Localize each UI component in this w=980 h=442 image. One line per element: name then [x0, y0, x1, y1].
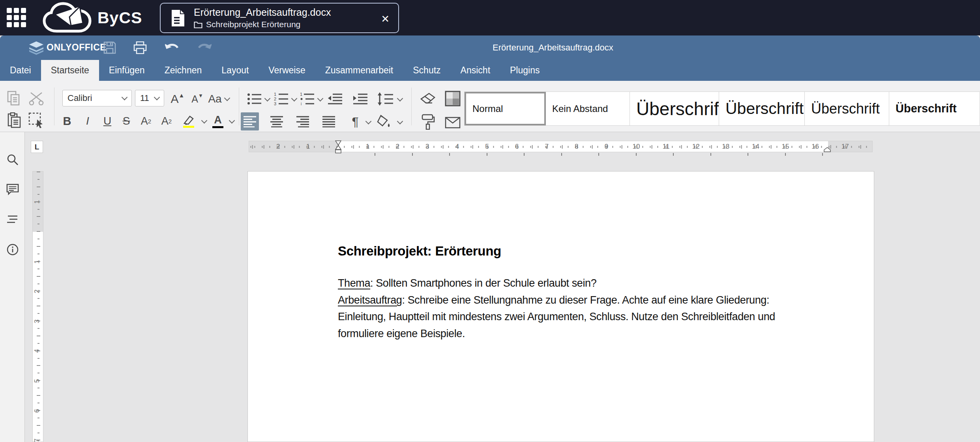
document-tab[interactable]: Erörterung_Arbeitsauftrag.docx Schreibpr… — [160, 3, 399, 33]
multilevel-list-button[interactable]: 1i — [298, 91, 317, 107]
undo-icon[interactable] — [165, 41, 179, 53]
document-line: Einleitung, Hauptteil mit mindestens zwe… — [338, 308, 775, 325]
shading-bucket-button[interactable] — [375, 113, 393, 131]
font-size-select[interactable]: 11 — [135, 90, 164, 106]
table-shading-button[interactable] — [443, 90, 463, 108]
svg-text:1: 1 — [300, 92, 302, 97]
menu-tab-startseite[interactable]: Startseite — [41, 60, 99, 81]
bold-button[interactable]: B — [59, 113, 75, 129]
ribbon-menu-bar: DateiStartseiteEinfügenZeichnenLayoutVer… — [0, 60, 980, 81]
editor-header: ONLYOFFICE Erörterung_Arbeitsauftrag.doc… — [0, 35, 980, 60]
chevron-down-icon — [317, 95, 324, 102]
italic-button[interactable]: I — [80, 113, 96, 129]
search-icon[interactable] — [6, 153, 19, 166]
chevron-down-icon — [154, 94, 160, 100]
menu-tab-layout[interactable]: Layout — [212, 60, 259, 81]
align-center-button[interactable] — [268, 112, 286, 131]
chevron-down-icon — [365, 118, 372, 125]
highlighter-icon — [183, 115, 195, 125]
copy-style-button[interactable] — [418, 113, 438, 131]
left-panel — [0, 132, 25, 442]
svg-text:3: 3 — [274, 101, 276, 106]
style-tile-h1[interactable]: Überschrift — [630, 92, 719, 125]
increase-font-button[interactable]: A▲ — [169, 91, 186, 107]
strikethrough-button[interactable]: S — [118, 113, 134, 129]
save-icon[interactable] — [103, 41, 116, 54]
info-icon[interactable] — [6, 243, 19, 256]
bold-label: B — [63, 115, 71, 128]
menu-tab-plugins[interactable]: Plugins — [500, 60, 549, 81]
font-name-value: Calibri — [67, 93, 92, 103]
cut-button[interactable] — [28, 90, 45, 107]
onlyoffice-brand-text: ONLYOFFICE — [47, 42, 106, 53]
indent-markers[interactable] — [335, 140, 341, 153]
ribbon-toolbar: Calibri 11 A▲ A▼ Aa B I U S A2 A2 A — [0, 81, 980, 132]
align-right-button[interactable] — [294, 112, 312, 131]
chevron-down-icon — [224, 95, 230, 101]
default-tab-stops — [375, 153, 828, 156]
style-tile-h2[interactable]: Überschrift — [719, 92, 805, 125]
subscript-button[interactable]: A2 — [157, 113, 176, 129]
comments-icon[interactable] — [6, 183, 19, 196]
paste-button[interactable] — [6, 112, 23, 129]
envelope-icon — [445, 117, 461, 129]
bullet-list-button[interactable] — [245, 91, 264, 107]
menu-tab-verweise[interactable]: Verweise — [259, 60, 315, 81]
font-color-letter: A — [214, 114, 222, 125]
copy-button[interactable] — [6, 90, 23, 107]
select-all-button[interactable] — [28, 112, 45, 129]
justify-button[interactable] — [320, 112, 338, 131]
styles-gallery: NormalKein AbstandÜberschriftÜberschrift… — [464, 91, 980, 126]
menu-tab-schutz[interactable]: Schutz — [403, 60, 450, 81]
align-left-button[interactable] — [241, 112, 259, 131]
style-tile-normal[interactable]: Normal — [465, 92, 546, 125]
chevron-down-icon — [291, 95, 298, 102]
line-spacing-button[interactable] — [375, 91, 395, 107]
print-icon[interactable] — [133, 41, 147, 54]
highlight-color-button[interactable] — [178, 112, 199, 131]
paint-bucket-icon — [377, 115, 391, 129]
superscript-button[interactable]: A2 — [137, 113, 156, 129]
menu-tab-zusammenarbeit[interactable]: Zusammenarbeit — [315, 60, 403, 81]
document-tab-title: Erörterung_Arbeitsauftrag.docx — [194, 7, 331, 18]
change-case-button[interactable]: Aa — [207, 91, 230, 107]
document-line: Arbeitsauftrag: Schreibe eine Stellungna… — [338, 292, 775, 309]
decrease-indent-button[interactable] — [326, 91, 344, 107]
right-indent-marker[interactable] — [824, 147, 831, 152]
subscript-idx: 2 — [169, 118, 172, 125]
underline-label: U — [103, 115, 111, 127]
menu-tab-datei[interactable]: Datei — [0, 60, 41, 81]
font-color-bar — [212, 126, 223, 128]
increase-indent-button[interactable] — [351, 91, 369, 107]
style-tile-kein[interactable]: Kein Abstand — [546, 92, 630, 125]
paragraph-mark-label: ¶ — [352, 115, 358, 129]
change-case-label: Aa — [208, 93, 221, 105]
menu-tab-ansicht[interactable]: Ansicht — [451, 60, 500, 81]
svg-text:1: 1 — [274, 92, 276, 97]
clear-style-button[interactable] — [418, 91, 438, 107]
paragraph-marks-button[interactable]: ¶ — [347, 114, 363, 130]
navigation-headings-icon[interactable] — [6, 213, 19, 226]
menu-tab-einfügen[interactable]: Einfügen — [99, 60, 155, 81]
redo-icon[interactable] — [197, 41, 212, 53]
tab-stop-selector[interactable]: L — [31, 141, 43, 153]
underline-button[interactable]: U — [99, 113, 115, 129]
chevron-down-icon — [264, 95, 271, 102]
document-icon — [171, 9, 185, 27]
style-tile-h4[interactable]: Überschrift — [889, 92, 980, 125]
app-grid-icon[interactable] — [7, 8, 26, 28]
font-color-button[interactable]: A — [209, 112, 227, 131]
document-line: formuliere eigene Beispiele. — [338, 325, 775, 342]
close-tab-icon[interactable]: ✕ — [381, 13, 390, 25]
numbered-list-button[interactable]: 123 — [272, 91, 290, 107]
document-page[interactable]: Schreibprojekt: Erörterung Thema: Sollte… — [247, 171, 874, 442]
subscript-label: A — [161, 115, 169, 127]
style-tile-h3[interactable]: Überschrift — [805, 92, 889, 125]
chevron-down-icon — [397, 95, 403, 102]
menu-tab-zeichnen[interactable]: Zeichnen — [155, 60, 212, 81]
decrease-font-button[interactable]: A▼ — [189, 91, 206, 107]
onlyoffice-logo-icon — [29, 41, 43, 55]
increase-font-label: A — [171, 92, 179, 106]
mail-merge-button[interactable] — [443, 115, 463, 131]
font-name-select[interactable]: Calibri — [62, 90, 132, 106]
